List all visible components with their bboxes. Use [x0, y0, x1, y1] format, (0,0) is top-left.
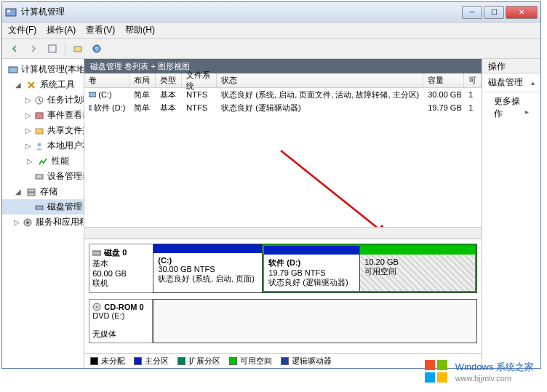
tree-device-manager[interactable]: 设备管理器	[2, 169, 84, 184]
actions-panel: 操作 磁盘管理 ▴ 更多操作 ▸	[482, 59, 540, 368]
table-row[interactable]: (C:) 简单 基本 NTFS 状态良好 (系统, 启动, 页面文件, 活动, …	[84, 88, 482, 101]
partition-free[interactable]: 10.20 GB 可用空间	[360, 246, 475, 291]
expand-icon[interactable]: ▷	[25, 127, 31, 135]
chevron-up-icon: ▴	[531, 79, 535, 87]
event-icon	[34, 110, 44, 121]
expand-icon[interactable]: ▷	[14, 218, 20, 226]
svg-rect-3	[74, 47, 81, 52]
legend: 未分配 主分区 扩展分区 可用空间 逻辑驱动器	[84, 353, 482, 368]
actions-header: 操作	[482, 59, 540, 73]
table-row[interactable]: 软件 (D:) 简单 基本 NTFS 状态良好 (逻辑驱动器) 19.79 GB…	[84, 101, 482, 114]
legend-free: 可用空间	[229, 356, 272, 367]
col-capacity[interactable]: 容量	[423, 73, 464, 87]
clock-icon	[34, 95, 44, 106]
partition-header	[360, 246, 475, 255]
annotation-arrow	[274, 143, 404, 239]
svg-rect-25	[425, 372, 435, 383]
chevron-right-icon: ▸	[525, 108, 529, 116]
close-button[interactable]: ✕	[506, 6, 538, 19]
collapse-icon[interactable]: ◢	[14, 81, 23, 89]
actions-section-disk[interactable]: 磁盘管理 ▴	[482, 73, 540, 92]
svg-rect-2	[49, 45, 56, 52]
col-free[interactable]: 可	[464, 73, 482, 87]
svg-rect-9	[36, 129, 43, 134]
menu-view[interactable]: 查看(V)	[86, 24, 115, 36]
extended-partition: 软件 (D:) 19.79 GB NTFS 状态良好 (逻辑驱动器) 10.20…	[263, 244, 476, 292]
disk-graphical-view: 磁盘 0 基本 60.00 GB 联机 (C:) 30.00 GB NTFS 状…	[84, 239, 482, 353]
device-icon	[34, 171, 44, 183]
drive-icon	[89, 104, 92, 111]
partition-header	[264, 246, 359, 255]
svg-rect-24	[437, 360, 447, 370]
expand-icon[interactable]: ▷	[25, 142, 31, 150]
tree-storage[interactable]: ◢ 存储	[2, 184, 84, 199]
menu-file[interactable]: 文件(F)	[8, 24, 36, 36]
partition-c[interactable]: (C:) 30.00 GB NTFS 状态良好 (系统, 启动, 页面)	[153, 244, 263, 292]
svg-rect-13	[28, 193, 35, 196]
svg-rect-18	[89, 105, 92, 110]
nav-tree: 计算机管理(本地) ◢ 系统工具 ▷ 任务计划程序 ▷ 事件查看器 ▷ 共享文件…	[2, 59, 84, 368]
col-status[interactable]: 状态	[217, 73, 423, 87]
actions-more[interactable]: 更多操作 ▸	[482, 92, 540, 123]
svg-rect-20	[92, 251, 101, 255]
main-content: 计算机管理(本地) ◢ 系统工具 ▷ 任务计划程序 ▷ 事件查看器 ▷ 共享文件…	[2, 59, 540, 368]
svg-rect-26	[437, 372, 447, 383]
users-icon	[34, 140, 44, 152]
expand-icon[interactable]: ▷	[25, 111, 31, 119]
app-window: 计算机管理 ─ ☐ ✕ 文件(F) 操作(A) 查看(V) 帮助(H) ? 计算…	[1, 1, 541, 369]
help-button[interactable]: ?	[89, 41, 105, 57]
refresh-button[interactable]	[70, 41, 86, 57]
watermark-title: Windows 系统之家	[455, 361, 534, 374]
tree-local-users[interactable]: ▷ 本地用户和组	[2, 138, 84, 153]
disk-row[interactable]: CD-ROM 0 DVD (E:) 无媒体	[89, 299, 477, 343]
legend-primary: 主分区	[134, 356, 169, 367]
minimize-button[interactable]: ─	[462, 6, 482, 19]
svg-text:?: ?	[95, 46, 99, 52]
toolbar: ?	[2, 39, 540, 59]
watermark-url: www.bjjmlv.com	[455, 374, 534, 383]
tree-performance[interactable]: ▷ 性能	[2, 153, 84, 169]
properties-button[interactable]	[44, 41, 60, 57]
expand-icon[interactable]: ▷	[25, 157, 34, 165]
horizontal-scrollbar[interactable]	[84, 227, 482, 239]
disk-row[interactable]: 磁盘 0 基本 60.00 GB 联机 (C:) 30.00 GB NTFS 状…	[89, 244, 477, 293]
titlebar: 计算机管理 ─ ☐ ✕	[2, 2, 540, 23]
partition-map-empty	[153, 299, 477, 343]
disk-info: CD-ROM 0 DVD (E:) 无媒体	[89, 299, 153, 343]
volume-list: 卷 布局 类型 文件系统 状态 容量 可 (C:) 简单 基本 NTFS 状态良…	[84, 73, 482, 114]
tree-system-tools[interactable]: ◢ 系统工具	[2, 77, 84, 92]
cdrom-icon	[92, 303, 101, 311]
tree-event-viewer[interactable]: ▷ 事件查看器	[2, 108, 84, 123]
col-type[interactable]: 类型	[156, 73, 182, 87]
menu-action[interactable]: 操作(A)	[47, 24, 76, 36]
partition-map: (C:) 30.00 GB NTFS 状态良好 (系统, 启动, 页面) 软件 …	[153, 244, 477, 293]
col-volume[interactable]: 卷	[84, 73, 129, 87]
col-layout[interactable]: 布局	[129, 73, 156, 87]
windows-logo-icon	[423, 359, 450, 385]
back-button[interactable]	[7, 41, 23, 57]
app-icon	[5, 7, 17, 18]
watermark: Windows 系统之家 www.bjjmlv.com	[423, 359, 534, 385]
tree-root[interactable]: 计算机管理(本地)	[2, 62, 84, 77]
table-header: 卷 布局 类型 文件系统 状态 容量 可	[84, 73, 482, 88]
hdd-icon	[92, 249, 101, 257]
computer-icon	[8, 64, 18, 76]
menu-help[interactable]: 帮助(H)	[125, 24, 155, 36]
expand-icon[interactable]: ▷	[25, 96, 31, 104]
collapse-icon[interactable]: ◢	[14, 188, 23, 196]
center-header: 磁盘管理 卷列表 + 图形视图	[84, 59, 482, 73]
partition-d[interactable]: 软件 (D:) 19.79 GB NTFS 状态良好 (逻辑驱动器)	[264, 246, 360, 291]
svg-rect-6	[9, 67, 17, 73]
forward-button[interactable]	[25, 41, 41, 57]
svg-rect-11	[36, 175, 43, 179]
tree-shared-folders[interactable]: ▷ 共享文件夹	[2, 123, 84, 138]
storage-icon	[25, 186, 37, 198]
tree-services[interactable]: ▷ 服务和应用程序	[2, 215, 84, 230]
disk-icon	[34, 201, 44, 213]
svg-rect-1	[7, 10, 10, 12]
col-filesystem[interactable]: 文件系统	[182, 73, 217, 87]
maximize-button[interactable]: ☐	[484, 6, 504, 19]
tree-disk-management[interactable]: 磁盘管理	[2, 199, 84, 215]
tree-task-scheduler[interactable]: ▷ 任务计划程序	[2, 92, 84, 108]
window-title: 计算机管理	[21, 6, 462, 18]
